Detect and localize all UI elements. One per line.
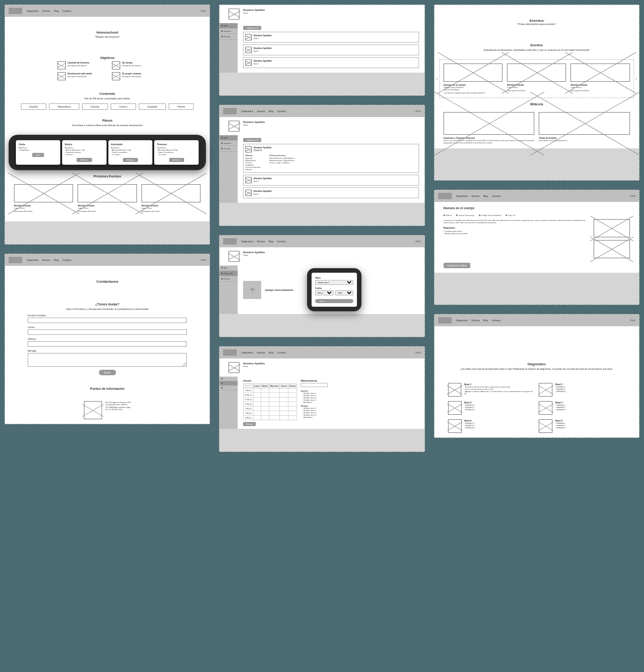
nav-contacto[interactable]: Contacto <box>62 10 71 12</box>
logo[interactable] <box>9 8 22 14</box>
tab-planeacion[interactable]: Planeación <box>220 271 238 276</box>
nav-blog[interactable]: Blog <box>54 10 59 12</box>
bitacora-card[interactable]: Cavernas y Órganos InternosVimos a la co… <box>444 112 535 144</box>
chevron-down-icon: ⌄ <box>415 195 417 197</box>
frame-perfil-expanded: DiagnósticoEventosBlogContactoPerfil Nom… <box>219 105 424 226</box>
bullet-icon <box>479 215 480 216</box>
plan-card: GratisBeneficios:DiagnósticoGratis <box>16 140 60 165</box>
subject-button[interactable]: Civismo <box>111 103 136 110</box>
tab-reportes[interactable]: Reportes <box>220 29 238 34</box>
tab-eventos[interactable]: Eventos <box>220 276 238 282</box>
carousel-card[interactable]: Huesos en el cuerpoColegio Tomas Friedma… <box>444 64 503 94</box>
bitacora-card[interactable]: Título de EventoDescripción corta de la … <box>539 112 630 144</box>
event-card[interactable]: Nombre EventoLugar, FechaDescripción del… <box>141 184 200 212</box>
subject-button[interactable]: Ciencias <box>82 103 108 110</box>
plan-button[interactable]: $299/mes <box>77 158 92 162</box>
image-placeholder <box>84 401 102 419</box>
diag-level[interactable]: Nivel 6Habilidad 1Habilidad 2Habilidad 3 <box>539 419 625 433</box>
image-placeholder <box>539 112 630 135</box>
input-telefono[interactable] <box>28 341 187 347</box>
bullet-icon <box>456 215 458 216</box>
section-planes: Planes ¡Suscríbete a nuestros planes par… <box>5 114 210 135</box>
tab[interactable] <box>220 381 238 386</box>
input-mensaje[interactable] <box>28 353 187 367</box>
child-expanded: Nombre ApellidoNivel # MateriasEspañolMa… <box>243 144 419 173</box>
search-input[interactable] <box>301 383 328 387</box>
input-nombre[interactable] <box>28 318 187 323</box>
nav-eventos[interactable]: Eventos <box>42 10 50 12</box>
child-row[interactable]: Nombre ApellidoNivel #⌄ <box>243 57 419 68</box>
image-placeholder <box>594 219 630 237</box>
logo[interactable] <box>223 108 237 114</box>
diag-level[interactable]: Nivel 3Habilidad 1Habilidad 2Habilidad 3 <box>448 401 535 415</box>
avatar <box>245 59 252 66</box>
footer <box>434 273 639 304</box>
select-year[interactable]: 2020 <box>335 290 353 295</box>
frame-evento-detail: DiagnósticoEventosBlogContactoPerfil Hue… <box>434 190 639 305</box>
nav-diagnostico[interactable]: Diagnóstico <box>27 10 39 12</box>
navbar: Diagnóstico Eventos Blog Contacto Perfil <box>5 5 210 17</box>
footer <box>220 203 424 226</box>
tab-hijos[interactable]: Hijos <box>220 135 238 141</box>
frame-diagnostico: DiagnósticoEventosBlogContactoPerfil Dia… <box>434 314 639 438</box>
child-row[interactable]: Nombre ApellidoNivel #⌄ <box>243 32 419 43</box>
plan-button[interactable]: Gratis <box>32 153 44 157</box>
plan-button[interactable]: $199/mes <box>123 158 138 162</box>
select-hijo[interactable]: Nombre hijo 1 <box>315 280 353 285</box>
event-card[interactable]: Nombre EventoLugar, FechaDescripción del… <box>78 184 137 212</box>
diag-level[interactable]: Nivel 5Habilidad 1Habilidad 2Habilidad 3 <box>448 419 535 433</box>
section-contenido: Contenido Más de 400 temas y actividades… <box>5 88 210 114</box>
tab-eventos[interactable]: Eventos <box>220 146 238 152</box>
terminar-button[interactable]: Terminar <box>243 422 256 426</box>
diag-level[interactable]: Nivel 2Habilidad 1Habilidad 2Habilidad 3 <box>539 383 625 397</box>
select-mes[interactable]: Marzo <box>315 290 333 295</box>
tab-hijos[interactable]: Hijos <box>220 23 238 29</box>
section-eventos: Próximos Eventos <box>5 170 210 184</box>
footer <box>5 221 210 244</box>
logo[interactable] <box>9 257 22 263</box>
plan-button[interactable]: $299/mes <box>169 158 185 162</box>
add-profile-button[interactable]: + Agregar perfil <box>243 26 261 30</box>
carousel-card[interactable]: Nombre EventoLugar, FechaDescripción del… <box>571 64 629 94</box>
carousel-prev-icon[interactable]: ‹ <box>436 76 438 81</box>
image-placeholder <box>539 383 552 397</box>
subject-button[interactable]: Historia <box>169 103 194 110</box>
avatar <box>229 251 239 262</box>
plans-container: GratisBeneficios:DiagnósticoGratisBásico… <box>9 135 206 170</box>
tab-eventos[interactable]: Eventos <box>220 34 238 39</box>
image-placeholder <box>141 184 200 202</box>
child-row[interactable]: Nombre ApellidoNivel #⌄ <box>243 44 419 55</box>
diag-level[interactable]: Nivel 4Habilidad 1Habilidad 2Habilidad 3 <box>539 401 625 415</box>
frame-horario: DiagnósticoEventosBlogContactoPerfil Nom… <box>219 346 424 452</box>
child-row[interactable]: Nombre ApellidoNivel #⌄ <box>243 175 419 186</box>
child-row[interactable]: Nombre ApellidoNivel #⌄ <box>243 187 419 198</box>
carousel-card[interactable]: Nombre EventoLugar, FechaDescripción del… <box>507 64 566 94</box>
subject-button[interactable]: Español <box>21 103 46 110</box>
enviar-button[interactable]: Enviar <box>99 370 116 375</box>
subject-button[interactable]: Geografía <box>139 103 166 110</box>
carousel-next-icon[interactable]: › <box>636 76 637 81</box>
section-objetivos: Objetivos Libertad de horariosDescripció… <box>5 52 210 88</box>
footer <box>220 429 424 451</box>
subject-button[interactable]: Matemáticas <box>49 103 79 110</box>
event-card[interactable]: Nombre EventoLugar, FechaDescripción del… <box>14 184 73 212</box>
tab[interactable] <box>220 386 238 390</box>
tab[interactable] <box>220 377 238 381</box>
avatar <box>229 362 239 373</box>
objetivos-title: Objetivos <box>14 56 200 59</box>
buy-button[interactable]: Compra tus boletos <box>444 263 470 268</box>
footer <box>434 148 639 180</box>
diag-level[interactable]: Nivel 1Escribir y reconocer las letras m… <box>448 383 535 397</box>
image-placeholder <box>507 64 566 82</box>
bullet-icon <box>444 215 445 216</box>
iniciar-button[interactable]: Iniciar <box>315 299 353 303</box>
image-placeholder <box>58 72 66 80</box>
plan-card: IntermedioBeneficios:Alta de perfil para… <box>108 140 153 165</box>
tab-reportes[interactable]: Reportes <box>220 141 238 146</box>
tab-hijos[interactable]: Hijos <box>220 265 238 271</box>
add-planning-button[interactable]: + <box>243 281 261 299</box>
add-profile-button[interactable]: + Agregar perfil <box>243 138 261 142</box>
input-correo[interactable] <box>28 329 187 335</box>
nav-perfil[interactable]: Perfil <box>201 10 206 12</box>
chevron-down-icon: ⌄ <box>415 52 417 54</box>
